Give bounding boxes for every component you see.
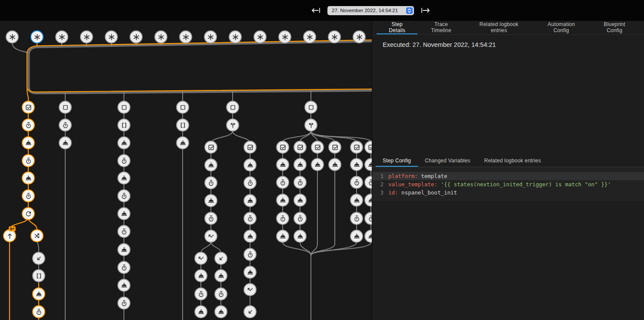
trace-node-asterisk-icon[interactable] [130,30,143,43]
trace-node-timer-icon[interactable] [22,154,35,167]
trace-node-service-icon[interactable] [276,194,289,207]
trace-node-asterisk-icon[interactable] [6,30,19,43]
trace-node-asterisk-icon[interactable] [204,30,217,43]
trace-node-arrow-up-icon[interactable]: 9+ [3,229,16,242]
tab-related-logbook-entries[interactable]: Related logbook entries [477,155,548,167]
trace-node-asterisk-icon[interactable] [154,30,167,43]
trace-node-timer-icon[interactable] [117,297,130,310]
trace-node-asterisk-icon[interactable] [328,30,341,43]
trace-node-service-icon[interactable] [294,230,307,243]
trace-node-call-missed-icon[interactable] [244,283,257,296]
trace-node-call-split-icon[interactable] [304,119,317,132]
trace-node-timer-icon[interactable] [276,176,289,189]
trace-node-service-icon[interactable] [117,207,130,220]
trace-node-timer-icon[interactable] [276,212,289,225]
trace-node-timer-icon[interactable] [117,154,130,167]
trace-node-service-icon[interactable] [294,194,307,207]
tab-step-config[interactable]: Step Config [376,155,418,167]
trace-node-service-icon[interactable] [244,194,257,207]
trace-node-asterisk-icon[interactable] [30,30,43,43]
tab-trace-timeline[interactable]: Trace Timeline [417,21,464,34]
trace-node-square-icon[interactable] [59,101,72,114]
trace-node-timer-icon[interactable] [204,212,217,225]
trace-node-service-icon[interactable] [294,158,307,171]
tab-automation-config[interactable]: Automation Config [533,21,589,34]
trace-node-service-icon[interactable] [214,305,227,318]
trace-node-asterisk-icon[interactable] [229,30,242,43]
trace-node-checkbox-icon[interactable] [328,141,341,154]
trace-node-service-icon[interactable] [350,194,363,207]
trace-node-timer-icon[interactable] [59,119,72,132]
trace-node-timer-icon[interactable] [22,119,35,132]
trace-node-timer-icon[interactable] [117,261,130,274]
trace-node-square-icon[interactable] [117,101,130,114]
trace-node-checkbox-icon[interactable] [204,141,217,154]
trace-node-call-missed-icon[interactable] [204,230,217,243]
trace-node-timer-icon[interactable] [244,212,257,225]
trace-node-square-icon[interactable] [226,101,239,114]
trace-node-checkbox-icon[interactable] [311,141,324,154]
trace-node-asterisk-icon[interactable] [254,30,267,43]
trace-node-service-icon[interactable] [350,158,363,171]
trace-node-checkbox-icon[interactable] [244,141,257,154]
next-trace-button[interactable] [420,7,432,14]
trace-node-timer-icon[interactable] [214,287,227,300]
trace-node-service-icon[interactable] [276,158,289,171]
trace-node-repeat-icon[interactable] [22,207,35,220]
trace-node-square-icon[interactable] [176,101,189,114]
trace-node-brackets-icon[interactable] [117,119,130,132]
trace-node-asterisk-icon[interactable] [303,30,316,43]
trace-node-timer-icon[interactable] [22,189,35,202]
trace-node-service-icon[interactable] [22,172,35,185]
trace-node-call-split-icon[interactable] [226,119,239,132]
trace-node-timer-icon[interactable] [117,189,130,202]
trace-node-arrow-bottom-left-icon[interactable] [32,252,45,265]
tab-changed-variables[interactable]: Changed Variables [418,155,477,167]
previous-trace-button[interactable] [310,7,322,14]
trace-node-brackets-icon[interactable] [32,269,45,282]
trace-node-service-icon[interactable] [214,269,227,282]
trace-node-call-missed-icon[interactable] [194,252,207,265]
trace-node-service-icon[interactable] [244,158,257,172]
trace-node-service-icon[interactable] [194,305,207,318]
trace-node-service-icon[interactable] [311,158,324,171]
trace-node-service-icon[interactable] [117,172,130,185]
trace-node-square-icon[interactable] [304,101,317,114]
trace-node-timer-icon[interactable] [294,212,307,225]
trace-node-service-icon[interactable] [117,243,130,256]
trace-node-checkbox-icon[interactable] [276,141,289,154]
trace-node-service-icon[interactable] [59,136,72,149]
trace-node-service-icon[interactable] [117,279,130,292]
trace-node-timer-icon[interactable] [350,212,363,225]
trace-node-service-icon[interactable] [32,287,45,300]
trace-node-service-icon[interactable] [244,230,257,243]
trace-node-service-icon[interactable] [22,136,35,149]
trace-node-shuffle-icon[interactable] [30,229,43,242]
trace-node-timer-icon[interactable] [244,248,257,261]
trace-node-brackets-icon[interactable] [176,119,189,132]
trace-node-timer-icon[interactable] [117,225,130,238]
trace-node-checkbox-icon[interactable] [294,141,307,154]
trace-node-service-icon[interactable] [117,136,130,149]
trace-node-timer-icon[interactable] [204,176,217,189]
trace-node-asterisk-icon[interactable] [55,30,68,43]
trace-node-service-icon[interactable] [194,269,207,282]
trace-node-arrow-bottom-left-icon[interactable] [214,252,227,265]
trace-node-service-icon[interactable] [328,158,341,171]
trace-node-timer-icon[interactable] [294,176,307,189]
trace-node-checkbox-icon[interactable] [350,141,363,154]
trace-node-service-icon[interactable] [176,136,189,149]
trace-node-checkbox-icon[interactable] [22,101,35,114]
trace-node-service-icon[interactable] [244,266,257,279]
trace-node-service-icon[interactable] [204,194,217,207]
trace-node-service-icon[interactable] [204,158,217,172]
trace-node-service-icon[interactable] [350,230,363,243]
trace-node-asterisk-icon[interactable] [105,30,118,43]
trace-node-service-icon[interactable] [276,230,289,243]
tab-blueprint-config[interactable]: Blueprint Config [589,21,640,34]
trace-node-asterisk-icon[interactable] [80,30,93,43]
trace-node-timer-icon[interactable] [32,305,45,318]
trace-node-asterisk-icon[interactable] [179,30,192,43]
trace-node-timer-icon[interactable] [244,176,257,189]
tab-related-logbook-entries[interactable]: Related logbook entries [465,21,533,34]
